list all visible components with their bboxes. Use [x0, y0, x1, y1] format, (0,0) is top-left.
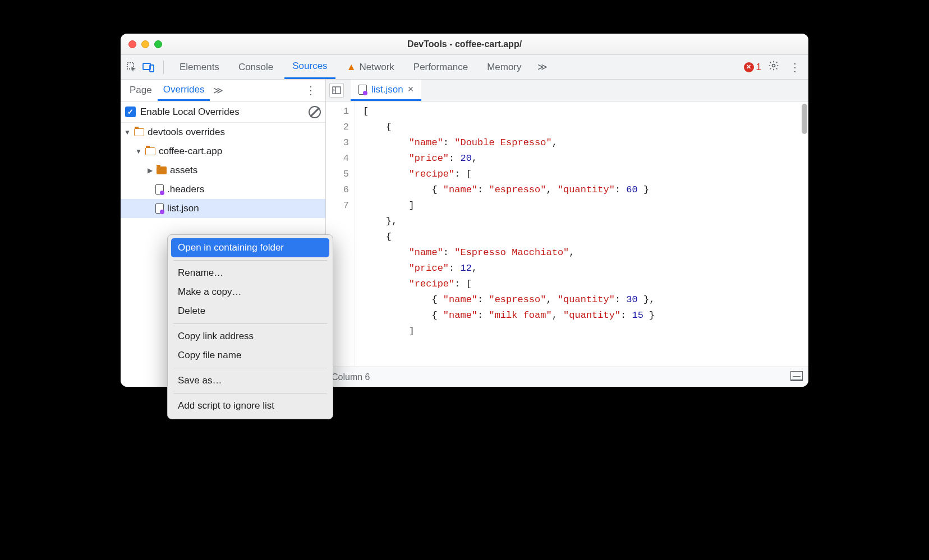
folder-open-icon — [134, 128, 144, 136]
tab-sources[interactable]: Sources — [284, 55, 335, 79]
context-menu: Open in containing folderRename…Make a c… — [167, 234, 333, 419]
context-menu-item[interactable]: Copy file name — [171, 346, 329, 365]
window-title: DevTools - coffee-cart.app/ — [121, 39, 808, 49]
close-window-button[interactable] — [128, 40, 136, 48]
minimize-window-button[interactable] — [141, 40, 149, 48]
error-icon — [744, 62, 754, 72]
collapse-arrow-icon: ▶ — [146, 166, 153, 174]
tree-folder-assets[interactable]: ▶ assets — [121, 161, 325, 180]
context-menu-item[interactable]: Save as… — [171, 371, 329, 390]
context-menu-item[interactable]: Delete — [171, 302, 329, 321]
navigator-tab-overrides[interactable]: Overrides — [158, 80, 210, 101]
svg-point-3 — [772, 64, 775, 67]
titlebar: DevTools - coffee-cart.app/ — [121, 34, 808, 55]
tree-root[interactable]: ▼ devtools overrides — [121, 123, 325, 142]
enable-overrides-row: Enable Local Overrides — [121, 101, 325, 123]
code-editor[interactable]: 1234567 [ { "name": "Double Espresso", "… — [326, 101, 808, 367]
navigator-tabs: Page Overrides ≫ ⋮ — [121, 80, 325, 101]
inspect-icon[interactable] — [125, 61, 139, 74]
coverage-button[interactable] — [790, 371, 803, 383]
cursor-position: Column 6 — [332, 372, 370, 382]
tree-file-headers[interactable]: .headers — [121, 180, 325, 199]
toggle-navigator-icon[interactable] — [329, 83, 344, 98]
context-menu-item[interactable]: Rename… — [171, 263, 329, 283]
navigator-more-chevron[interactable]: ≫ — [210, 85, 227, 96]
close-tab-icon[interactable]: × — [408, 84, 414, 95]
folder-open-icon — [145, 147, 155, 155]
error-badge[interactable]: 1 — [744, 62, 761, 73]
context-menu-separator — [173, 368, 327, 368]
navigator-kebab-icon[interactable]: ⋮ — [300, 84, 322, 97]
expand-arrow-icon: ▼ — [135, 147, 142, 155]
context-menu-item[interactable]: Add script to ignore list — [171, 396, 329, 415]
device-toolbar-icon[interactable] — [142, 61, 155, 74]
clear-overrides-icon[interactable] — [309, 106, 321, 118]
toolbar-separator — [163, 61, 164, 74]
maximize-window-button[interactable] — [154, 40, 162, 48]
file-icon — [155, 203, 164, 214]
context-menu-separator — [173, 260, 327, 261]
file-icon — [358, 85, 367, 95]
tab-performance[interactable]: Performance — [406, 55, 476, 79]
editor-tabs: list.json × — [326, 80, 808, 101]
enable-overrides-checkbox[interactable] — [125, 107, 136, 117]
coverage-icon — [790, 371, 803, 381]
svg-rect-1 — [143, 63, 150, 70]
editor-statusbar: Column 6 — [326, 367, 808, 387]
editor-pane: list.json × 1234567 [ { "name": "Double … — [326, 80, 808, 387]
tree-file-list-json[interactable]: list.json — [121, 199, 325, 218]
tab-memory[interactable]: Memory — [479, 55, 529, 79]
tab-elements[interactable]: Elements — [172, 55, 227, 79]
enable-overrides-label: Enable Local Overrides — [140, 107, 304, 118]
warning-icon: ▲ — [347, 62, 356, 73]
editor-tab-list-json[interactable]: list.json × — [351, 80, 421, 101]
tree-site[interactable]: ▼ coffee-cart.app — [121, 142, 325, 161]
context-menu-separator — [173, 323, 327, 324]
main-toolbar: Elements Console Sources ▲Network Perfor… — [121, 55, 808, 80]
code-content[interactable]: [ { "name": "Double Espresso", "price": … — [355, 101, 808, 367]
file-icon — [155, 184, 164, 195]
context-menu-item[interactable]: Open in containing folder — [171, 238, 329, 257]
context-menu-item[interactable]: Make a copy… — [171, 283, 329, 302]
svg-rect-4 — [333, 87, 341, 94]
scrollbar-thumb[interactable] — [802, 104, 807, 134]
tab-console[interactable]: Console — [231, 55, 281, 79]
folder-closed-icon — [157, 166, 167, 174]
navigator-tab-page[interactable]: Page — [124, 80, 158, 101]
context-menu-item[interactable]: Copy link address — [171, 327, 329, 346]
more-tabs-chevron[interactable]: ≫ — [533, 61, 552, 73]
settings-icon[interactable] — [768, 60, 779, 74]
context-menu-separator — [173, 393, 327, 394]
window-controls — [128, 40, 162, 48]
tab-network[interactable]: ▲Network — [339, 55, 402, 79]
expand-arrow-icon: ▼ — [124, 128, 131, 136]
kebab-menu-icon[interactable]: ⋮ — [786, 61, 804, 74]
